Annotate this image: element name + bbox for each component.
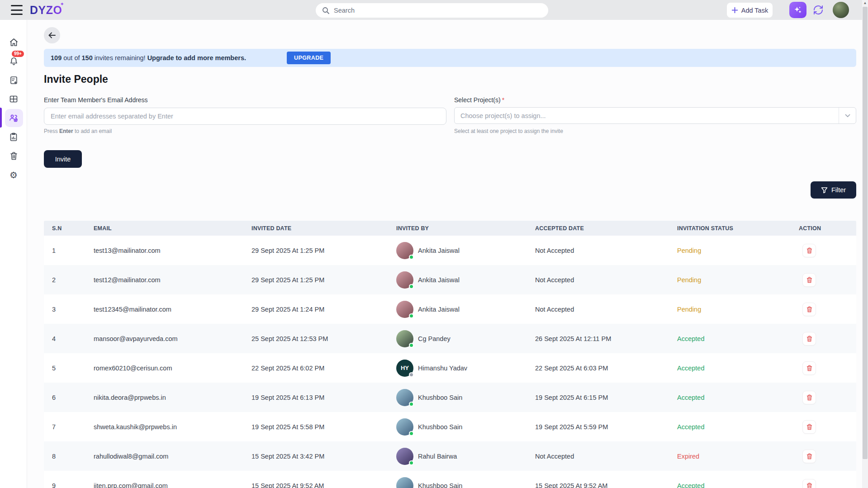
serial-cell: 2	[44, 276, 94, 284]
scrollbar-thumb[interactable]	[863, 7, 868, 459]
team-invite-icon	[9, 113, 19, 123]
accepted-date-cell: 19 Sept 2025 At 6:15 PM	[535, 394, 677, 401]
delete-invite-button[interactable]	[802, 479, 816, 488]
project-select-placeholder: Choose project(s) to assign...	[460, 112, 546, 119]
notification-badge: 99+	[12, 51, 24, 57]
table-row: 6nikita.deora@prpwebs.in19 Sept 2025 At …	[44, 383, 856, 412]
status-badge: Pending	[677, 276, 799, 284]
presence-dot	[409, 284, 414, 289]
invited-by-cell: Rahul Bairwa	[396, 448, 535, 465]
sidebar-item-notifications[interactable]: 99+	[0, 52, 27, 71]
delete-invite-button[interactable]	[802, 391, 816, 404]
serial-cell: 5	[44, 365, 94, 372]
email-input[interactable]	[44, 108, 446, 125]
delete-invite-button[interactable]	[802, 450, 816, 463]
table-row: 3test12345@mailinator.com29 Sept 2025 At…	[44, 294, 856, 324]
search-input[interactable]: Search	[316, 3, 548, 18]
page-title: Invite People	[44, 73, 108, 85]
email-cell: jiten.prp.com@gmail.com	[94, 482, 251, 488]
serial-cell: 3	[44, 306, 94, 313]
hamburger-menu-icon[interactable]	[11, 5, 23, 15]
table-row: 4mansoor@avpayurveda.com25 Sept 2025 At …	[44, 324, 856, 353]
action-cell	[799, 450, 856, 463]
table-body: 1test13@mailinator.com29 Sept 2025 At 1:…	[44, 236, 856, 488]
status-badge: Accepted	[677, 423, 799, 431]
column-header: S.N	[44, 225, 94, 232]
column-header: ACTION	[799, 225, 856, 232]
action-cell	[799, 332, 856, 346]
search-icon	[322, 7, 330, 14]
email-cell: nikita.deora@prpwebs.in	[94, 394, 251, 401]
action-cell	[799, 391, 856, 404]
invited-by-name: Khushboo Sain	[418, 394, 462, 401]
invited-date-cell: 29 Sept 2025 At 1:25 PM	[251, 276, 396, 284]
accepted-date-cell: Not Accepted	[535, 306, 677, 313]
accepted-date-cell: 26 Sept 2025 At 12:11 PM	[535, 335, 677, 342]
vertical-scrollbar[interactable]: ▲	[862, 0, 868, 488]
grid-icon	[9, 95, 18, 104]
delete-invite-button[interactable]	[802, 244, 816, 257]
presence-dot	[409, 372, 414, 377]
email-cell: test12345@mailinator.com	[94, 306, 251, 313]
delete-invite-button[interactable]	[802, 361, 816, 375]
sidebar-item-team-invites[interactable]	[0, 109, 27, 128]
upgrade-button[interactable]: UPGRADE	[287, 52, 331, 64]
search-placeholder: Search	[334, 7, 355, 14]
scroll-up-arrow[interactable]: ▲	[862, 1, 868, 5]
invited-by-cell: Khushboo Sain	[396, 418, 535, 436]
user-avatar[interactable]	[833, 2, 849, 18]
invites-table: S.NEMAILINVITED DATEINVITED BYACCEPTED D…	[44, 221, 856, 488]
delete-invite-button[interactable]	[802, 303, 816, 316]
serial-cell: 4	[44, 335, 94, 342]
sidebar-item-reports[interactable]	[0, 128, 27, 147]
main-content: 109 out of 150 invites remaining! Upgrad…	[27, 20, 868, 488]
invited-by-name: Ankita Jaiswal	[418, 276, 460, 284]
gear-icon: ⚙	[9, 171, 18, 180]
avatar	[396, 477, 413, 488]
email-field-label: Enter Team Member's Email Address	[44, 96, 148, 104]
serial-cell: 9	[44, 482, 94, 488]
invites-remaining-banner: 109 out of 150 invites remaining! Upgrad…	[44, 49, 856, 67]
delete-invite-button[interactable]	[802, 332, 816, 346]
ai-assistant-button[interactable]	[789, 2, 806, 18]
delete-invite-button[interactable]	[802, 273, 816, 287]
sidebar-item-home[interactable]	[0, 33, 27, 52]
sidebar-item-settings[interactable]: ⚙	[0, 166, 27, 185]
email-cell: rahullodiwal8@gmail.com	[94, 453, 251, 460]
avatar	[396, 418, 413, 436]
action-cell	[799, 273, 856, 287]
sidebar-item-board[interactable]	[0, 90, 27, 109]
invite-button[interactable]: Invite	[44, 150, 82, 168]
invited-by-name: Khushboo Sain	[418, 482, 462, 488]
filter-button[interactable]: Filter	[811, 181, 856, 199]
trash-icon	[806, 424, 812, 430]
avatar: HY	[396, 360, 413, 377]
avatar	[396, 242, 413, 259]
table-row: 7shweta.kaushik@prpwebs.in19 Sept 2025 A…	[44, 412, 856, 441]
accepted-date-cell: 22 Sept 2025 At 6:03 PM	[535, 365, 677, 372]
trash-icon	[9, 152, 18, 161]
add-task-button[interactable]: Add Task	[727, 3, 773, 18]
presence-dot	[409, 343, 414, 348]
accepted-date-cell: Not Accepted	[535, 247, 677, 254]
status-badge: Accepted	[677, 365, 799, 372]
email-cell: mansoor@avpayurveda.com	[94, 335, 251, 342]
project-select[interactable]: Choose project(s) to assign...	[454, 107, 856, 124]
status-badge: Expired	[677, 453, 799, 460]
trash-icon	[806, 365, 812, 371]
sync-button[interactable]	[813, 4, 825, 16]
invited-date-cell: 19 Sept 2025 At 6:13 PM	[251, 394, 396, 401]
presence-dot	[409, 460, 414, 465]
invited-by-cell: Cg Pandey	[396, 330, 535, 347]
action-cell	[799, 361, 856, 375]
sidebar-item-add-note[interactable]	[0, 71, 27, 90]
invited-by-name: Cg Pandey	[418, 335, 451, 342]
required-asterisk: *	[502, 96, 504, 104]
back-button[interactable]	[44, 27, 60, 43]
accepted-date-cell: Not Accepted	[535, 276, 677, 284]
delete-invite-button[interactable]	[802, 420, 816, 434]
invited-by-cell: HYHimanshu Yadav	[396, 360, 535, 377]
invited-by-cell: Khushboo Sain	[396, 477, 535, 488]
sidebar-item-trash[interactable]	[0, 147, 27, 166]
avatar	[396, 330, 413, 347]
